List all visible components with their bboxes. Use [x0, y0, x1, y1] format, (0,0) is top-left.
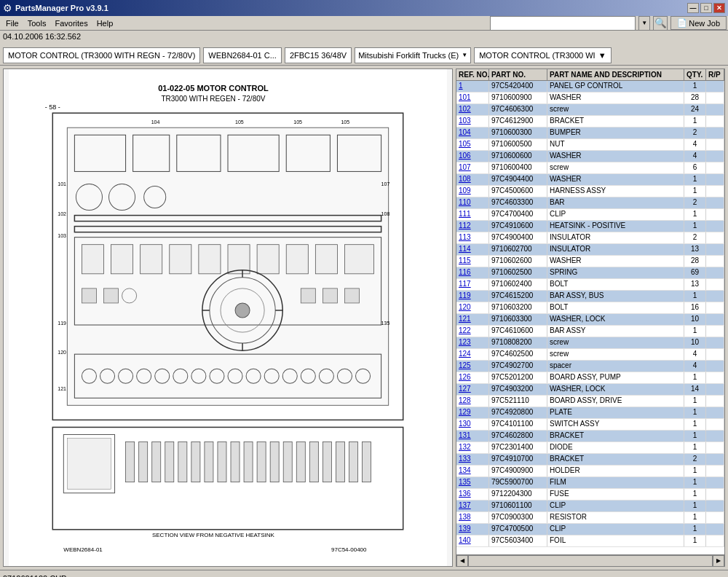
ref-no-cell[interactable]: 123 [456, 337, 489, 348]
ref-no-cell[interactable]: 113 [456, 232, 489, 243]
ref-no-cell[interactable]: 133 [456, 454, 489, 465]
ref-no-cell[interactable]: 134 [456, 466, 489, 476]
ref-no-cell[interactable]: 1 [456, 81, 489, 92]
table-row[interactable]: 1369712204300FUSE1 [456, 489, 724, 501]
search-input[interactable] [490, 16, 636, 31]
ref-no-cell[interactable]: 138 [456, 512, 489, 523]
qty-cell: 1 [684, 535, 706, 546]
ref-no-cell[interactable]: 128 [456, 396, 489, 407]
ref-no-cell[interactable]: 109 [456, 186, 489, 197]
table-row[interactable]: 1049710600300BUMPER2 [456, 127, 724, 139]
table-row[interactable]: 1169710602500SPRING69 [456, 267, 724, 279]
ref-no-cell[interactable]: 104 [456, 127, 489, 138]
menu-help[interactable]: Help [92, 17, 118, 29]
ref-no-cell[interactable]: 117 [456, 279, 489, 290]
ref-no-cell[interactable]: 106 [456, 151, 489, 162]
ref-no-cell[interactable]: 120 [456, 302, 489, 313]
svg-text:108: 108 [381, 211, 390, 216]
ref-no-cell[interactable]: 124 [456, 349, 489, 360]
new-job-button[interactable]: 📄 New Job [670, 16, 727, 30]
ref-no-cell[interactable]: 136 [456, 489, 489, 500]
ref-no-cell[interactable]: 122 [456, 326, 489, 337]
table-row[interactable]: 13497C4900900HOLDER1 [456, 466, 724, 477]
table-row[interactable]: 12297C4610600BAR ASSY1 [456, 326, 724, 337]
minimize-button[interactable]: — [687, 3, 699, 13]
table-row[interactable]: 1179710602400BOLT13 [456, 279, 724, 291]
table-row[interactable]: 11197C4700400CLIP1 [456, 209, 724, 221]
table-row[interactable]: 10297C4606300screw24 [456, 104, 724, 116]
search-go-btn[interactable]: 🔍 [653, 16, 668, 31]
table-row[interactable]: 1159710602600WASHER28 [456, 256, 724, 267]
menu-file[interactable]: File [1, 17, 23, 29]
table-row[interactable]: 1379710601100CLIP1 [456, 501, 724, 512]
ref-no-cell[interactable]: 103 [456, 116, 489, 127]
h-scroll-track[interactable] [468, 555, 713, 567]
ref-no-cell[interactable]: 125 [456, 361, 489, 372]
menu-tools[interactable]: Tools [23, 17, 51, 29]
table-row[interactable]: 12797C4903200WASHER, LOCK14 [456, 384, 724, 396]
table-row[interactable]: 13297C2301400DIODE1 [456, 442, 724, 454]
table-row[interactable]: 13397C4910700BRACKET2 [456, 454, 724, 466]
ref-no-cell[interactable]: 132 [456, 442, 489, 453]
table-row[interactable]: 1209710603200BOLT16 [456, 302, 724, 314]
ref-no-cell[interactable]: 139 [456, 524, 489, 535]
table-row[interactable]: 13997C4700500CLIP1 [456, 524, 724, 535]
table-row[interactable]: 11997C4615200BAR ASSY, BUS1 [456, 291, 724, 302]
table-row[interactable]: 11397C4900400INSULATOR2 [456, 232, 724, 244]
search-dropdown-btn[interactable]: ▼ [638, 16, 650, 31]
ref-no-cell[interactable]: 111 [456, 209, 489, 220]
ref-no-cell[interactable]: 112 [456, 221, 489, 232]
ref-no-cell[interactable]: 114 [456, 244, 489, 255]
close-button[interactable]: ✕ [713, 3, 725, 13]
table-row[interactable]: 14097C5603400FOIL1 [456, 535, 724, 547]
table-row[interactable]: 12897C521110BOARD ASSY, DRIVE1 [456, 396, 724, 407]
ref-no-cell[interactable]: 108 [456, 174, 489, 185]
table-row[interactable]: 12497C4602500screw4 [456, 349, 724, 361]
table-row[interactable]: 1239710808200screw10 [456, 337, 724, 349]
table-row[interactable]: 12597C4902700spacer4 [456, 361, 724, 372]
manufacturer-dropdown[interactable]: Mitsubishi Forklift Trucks (E) ▼ [355, 47, 471, 63]
bottom-scroll[interactable]: ◀ ▶ [456, 554, 724, 566]
ref-no-cell[interactable]: 102 [456, 104, 489, 115]
table-row[interactable]: 13579C5900700FILM1 [456, 477, 724, 489]
table-row[interactable]: 1219710603300WASHER, LOCK10 [456, 314, 724, 326]
table-row[interactable]: 1019710600900WASHER28 [456, 93, 724, 104]
table-row[interactable]: 12697C5201200BOARD ASSY, PUMP1 [456, 372, 724, 384]
ref-no-cell[interactable]: 131 [456, 431, 489, 441]
ref-no-cell[interactable]: 101 [456, 93, 489, 103]
ref-no-cell[interactable]: 119 [456, 291, 489, 302]
ref-no-cell[interactable]: 115 [456, 256, 489, 267]
maximize-button[interactable]: □ [700, 3, 712, 13]
ref-no-cell[interactable]: 121 [456, 314, 489, 325]
table-row[interactable]: 10997C4500600HARNESS ASSY1 [456, 186, 724, 197]
table-row[interactable]: 1079710600400screw6 [456, 162, 724, 174]
ref-no-cell[interactable]: 110 [456, 197, 489, 208]
table-row[interactable]: 13197C4602800BRACKET1 [456, 431, 724, 442]
qty-cell: 4 [684, 151, 706, 162]
table-row[interactable]: 1059710600500NUT4 [456, 139, 724, 151]
ref-no-cell[interactable]: 129 [456, 407, 489, 418]
ref-no-cell[interactable]: 116 [456, 267, 489, 278]
table-row[interactable]: 13897C0900300RESISTOR1 [456, 512, 724, 524]
table-row[interactable]: 12997C4920800PLATE1 [456, 407, 724, 419]
table-row[interactable]: 11297C4910600HEATSINK - POSITIVE1 [456, 221, 724, 232]
menu-favorites[interactable]: Favorites [50, 17, 92, 29]
table-row[interactable]: 10397C4612900BRACKET1 [456, 116, 724, 127]
table-row[interactable]: 1149710602700INSULATOR13 [456, 244, 724, 256]
ref-no-cell[interactable]: 105 [456, 139, 489, 150]
scroll-left-btn[interactable]: ◀ [456, 555, 468, 567]
ref-no-cell[interactable]: 127 [456, 384, 489, 395]
table-row[interactable]: 1069710600600WASHER4 [456, 151, 724, 162]
table-row[interactable]: 10897C4904400WASHER1 [456, 174, 724, 186]
ref-no-cell[interactable]: 135 [456, 477, 489, 488]
ref-no-cell[interactable]: 126 [456, 372, 489, 383]
table-row[interactable]: 13097C4101100SWITCH ASSY1 [456, 419, 724, 431]
ref-no-cell[interactable]: 130 [456, 419, 489, 430]
scroll-right-btn[interactable]: ▶ [713, 555, 724, 567]
table-body[interactable]: 197C5420400PANEL GP CONTROL1101971060090… [456, 81, 724, 554]
ref-no-cell[interactable]: 137 [456, 501, 489, 511]
table-row[interactable]: 197C5420400PANEL GP CONTROL1 [456, 81, 724, 93]
table-row[interactable]: 11097C4603300BAR2 [456, 197, 724, 209]
ref-no-cell[interactable]: 107 [456, 162, 489, 173]
ref-no-cell[interactable]: 140 [456, 535, 489, 546]
